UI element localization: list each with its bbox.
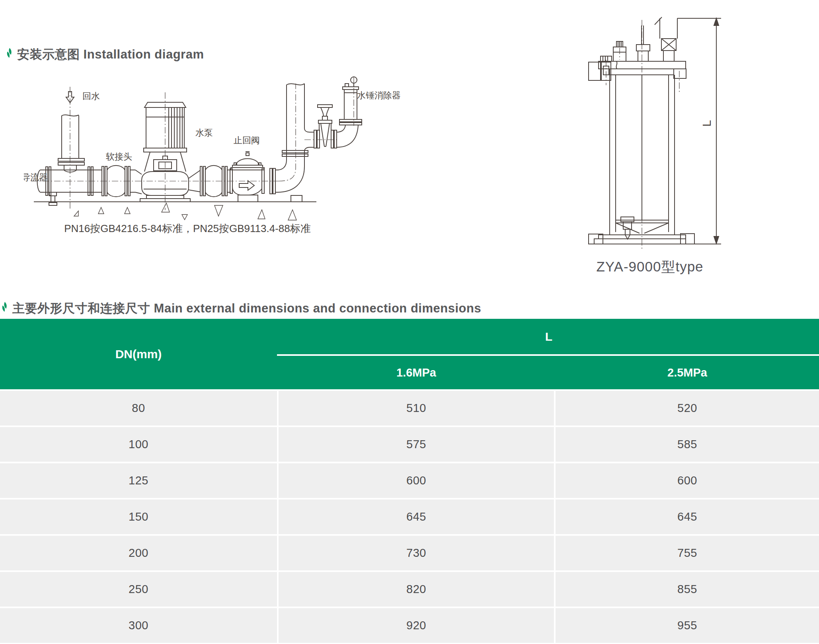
zya-caption: ZYA-9000型type	[596, 259, 703, 274]
label-water-pump: 水泵	[195, 128, 213, 138]
section-heading-dimensions-text: 主要外形尺寸和连接尺寸 Main external dimensions and…	[12, 300, 481, 317]
anchor-symbols	[74, 203, 296, 220]
table-row: 125 600 600	[0, 463, 819, 498]
cell-l16: 510	[279, 391, 554, 425]
catalog-page: 安装示意图 Installation diagram	[0, 0, 819, 644]
cell-dn: 300	[0, 608, 277, 643]
zya-linework	[589, 17, 721, 244]
table-header: DN(mm) L 1.6MPa 2.5MPa	[0, 319, 819, 389]
cell-l25: 645	[556, 500, 819, 534]
zya-9000-drawing: L ZYA-9000型type	[577, 11, 740, 282]
table-row: 200 730 755	[0, 536, 819, 570]
standard-note: PN16按GB4216.5-84标准，PN25按GB9113.4-88标准	[64, 222, 310, 234]
table-row: 80 510 520	[0, 391, 819, 425]
centerlines	[31, 76, 354, 210]
table-row: 150 645 645	[0, 500, 819, 534]
label-flexible-joint: 软接头	[106, 152, 132, 162]
installation-diagram: 回水 软接头 角式导流器 水泵 止回阀 水锤消除器 PN16按GB4216.5-…	[24, 60, 414, 247]
cell-l25: 585	[556, 427, 819, 462]
cell-l25: 855	[556, 572, 819, 607]
cell-dn: 80	[0, 391, 277, 425]
cell-l16: 730	[279, 536, 554, 570]
cell-dn: 125	[0, 463, 277, 498]
cell-dn: 200	[0, 536, 277, 570]
cell-l16: 920	[279, 608, 554, 643]
leaf-icon	[6, 48, 12, 61]
table-row: 100 575 585	[0, 427, 819, 462]
column-header-2.5mpa: 2.5MPa	[556, 356, 819, 389]
cell-l16: 600	[279, 463, 554, 498]
label-return-water: 回水	[82, 91, 100, 101]
cell-l16: 645	[279, 500, 554, 534]
dimension-label-L: L	[700, 120, 713, 127]
cell-dn: 150	[0, 500, 277, 534]
cell-l25: 520	[556, 391, 819, 425]
leaf-icon	[1, 302, 8, 315]
label-angle-deflector: 角式导流器	[24, 172, 48, 182]
cell-l16: 820	[279, 572, 554, 607]
cell-l25: 955	[556, 608, 819, 643]
column-header-l: L	[279, 319, 819, 354]
table-row: 250 820 855	[0, 572, 819, 607]
label-check-valve: 止回阀	[234, 135, 260, 145]
section-heading-dimensions: 主要外形尺寸和连接尺寸 Main external dimensions and…	[1, 300, 481, 317]
cell-dn: 250	[0, 572, 277, 607]
cell-l25: 755	[556, 536, 819, 570]
cell-dn: 100	[0, 427, 277, 462]
table-row: 300 920 955	[0, 608, 819, 643]
cell-l16: 575	[279, 427, 554, 462]
column-header-dn: DN(mm)	[0, 319, 277, 389]
column-header-1.6mpa: 1.6MPa	[279, 356, 554, 389]
cell-l25: 600	[556, 463, 819, 498]
label-water-hammer-eliminator: 水锤消除器	[357, 90, 401, 100]
